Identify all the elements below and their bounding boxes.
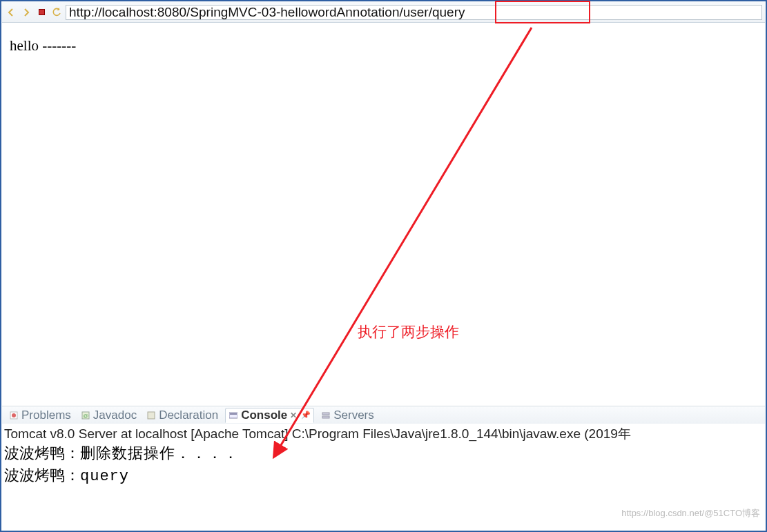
- tab-servers[interactable]: Servers: [318, 408, 377, 422]
- console-line2-text: query: [80, 468, 129, 485]
- tab-label: Servers: [333, 408, 374, 422]
- console-line-2: 波波烤鸭：query: [4, 465, 763, 487]
- forward-icon[interactable]: [20, 6, 32, 19]
- tab-label: Console: [241, 408, 287, 422]
- tab-label: Javadoc: [93, 408, 137, 422]
- page-body-text: hello -------: [10, 37, 76, 54]
- address-url: http://localhost:8080/SpringMVC-03-hello…: [69, 6, 465, 19]
- console-line2-prefix: 波波烤鸭：: [4, 466, 80, 484]
- address-bar[interactable]: http://localhost:8080/SpringMVC-03-hello…: [66, 5, 762, 20]
- stop-icon[interactable]: [35, 6, 48, 19]
- svg-rect-8: [322, 416, 329, 418]
- console-line1-text: 删除数据操作．．．．: [80, 446, 239, 463]
- tab-console[interactable]: Console ✕ 📌: [225, 408, 314, 423]
- servers-icon: [321, 411, 331, 420]
- svg-rect-4: [148, 412, 155, 419]
- declaration-icon: [146, 411, 156, 420]
- console-output: 波波烤鸭：删除数据操作．．．． 波波烤鸭：query: [4, 443, 763, 486]
- svg-point-1: [12, 413, 16, 417]
- close-icon[interactable]: ✕: [290, 411, 297, 420]
- console-icon: [229, 411, 238, 420]
- tab-label: Problems: [21, 408, 71, 422]
- tab-problems[interactable]: Problems: [6, 408, 74, 422]
- javadoc-icon: @: [81, 411, 90, 420]
- pin-icon[interactable]: 📌: [301, 411, 311, 420]
- console-line-1: 波波烤鸭：删除数据操作．．．．: [4, 443, 763, 465]
- eclipse-views-tabbar: Problems @ Javadoc Declaration Console ✕…: [2, 406, 765, 424]
- problems-icon: [9, 411, 19, 420]
- svg-text:@: @: [83, 413, 88, 419]
- tab-label: Declaration: [159, 408, 218, 422]
- watermark: https://blog.csdn.net/@51CTO博客: [621, 507, 760, 520]
- back-icon[interactable]: [5, 6, 17, 19]
- svg-rect-7: [322, 413, 329, 415]
- svg-rect-6: [230, 413, 237, 415]
- tab-declaration[interactable]: Declaration: [144, 408, 221, 422]
- tab-javadoc[interactable]: @ Javadoc: [78, 408, 139, 422]
- browser-toolbar: http://localhost:8080/SpringMVC-03-hello…: [2, 2, 765, 23]
- console-line1-prefix: 波波烤鸭：: [4, 444, 80, 462]
- refresh-icon[interactable]: [50, 6, 63, 19]
- console-process-label: Tomcat v8.0 Server at localhost [Apache …: [4, 425, 763, 443]
- annotation-text: 执行了两步操作: [358, 322, 459, 342]
